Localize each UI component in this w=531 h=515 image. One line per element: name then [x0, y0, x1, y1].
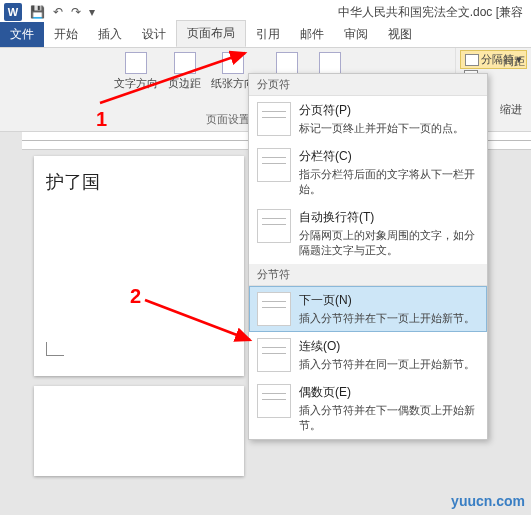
tab-references[interactable]: 引用	[246, 22, 290, 47]
tab-review[interactable]: 审阅	[334, 22, 378, 47]
tab-page-layout[interactable]: 页面布局	[176, 20, 246, 47]
page-break-item[interactable]: 分页符(P)标记一页终止并开始下一页的点。	[249, 96, 487, 142]
save-icon[interactable]: 💾	[30, 5, 45, 19]
document-text: 护了国	[46, 172, 100, 192]
tab-view[interactable]: 视图	[378, 22, 422, 47]
section-break-mark	[46, 342, 64, 356]
page-breaks-header: 分页符	[249, 74, 487, 96]
next-page-icon	[257, 292, 291, 326]
tab-file[interactable]: 文件	[0, 22, 44, 47]
page-break-icon	[257, 102, 291, 136]
even-page-break-item[interactable]: 偶数页(E)插入分节符并在下一偶数页上开始新节。	[249, 378, 487, 439]
continuous-icon	[257, 338, 291, 372]
tab-design[interactable]: 设计	[132, 22, 176, 47]
word-app-icon: W	[4, 3, 22, 21]
document-title: 中华人民共和国宪法全文.doc [兼容	[338, 4, 527, 21]
margins-button[interactable]: 页边距	[164, 50, 205, 93]
redo-icon[interactable]: ↷	[71, 5, 81, 19]
column-break-icon	[257, 148, 291, 182]
text-direction-button[interactable]: 文字方向	[110, 50, 162, 93]
text-wrap-icon	[257, 209, 291, 243]
text-wrapping-break-item[interactable]: 自动换行符(T)分隔网页上的对象周围的文字，如分隔题注文字与正文。	[249, 203, 487, 264]
even-page-icon	[257, 384, 291, 418]
column-break-item[interactable]: 分栏符(C)指示分栏符后面的文字将从下一栏开始。	[249, 142, 487, 203]
document-page-1[interactable]: 护了国 国防。	[34, 156, 244, 376]
tab-mailings[interactable]: 邮件	[290, 22, 334, 47]
watermark: yuucn.com	[451, 493, 525, 509]
indent-label: 缩进	[494, 100, 531, 119]
qat-dropdown-icon[interactable]: ▾	[89, 5, 95, 19]
tab-home[interactable]: 开始	[44, 22, 88, 47]
undo-icon[interactable]: ↶	[53, 5, 63, 19]
continuous-break-item[interactable]: 连续(O)插入分节符并在同一页上开始新节。	[249, 332, 487, 378]
section-breaks-header: 分节符	[249, 264, 487, 286]
document-page-2[interactable]	[34, 386, 244, 476]
page-setup-group-label: 页面设置	[206, 110, 250, 129]
next-page-break-item[interactable]: 下一页(N)插入分节符并在下一页上开始新节。	[249, 286, 487, 332]
breaks-dropdown-menu: 分页符 分页符(P)标记一页终止并开始下一页的点。 分栏符(C)指示分栏符后面的…	[248, 73, 488, 440]
spacing-label: 间距	[497, 52, 531, 71]
tab-insert[interactable]: 插入	[88, 22, 132, 47]
